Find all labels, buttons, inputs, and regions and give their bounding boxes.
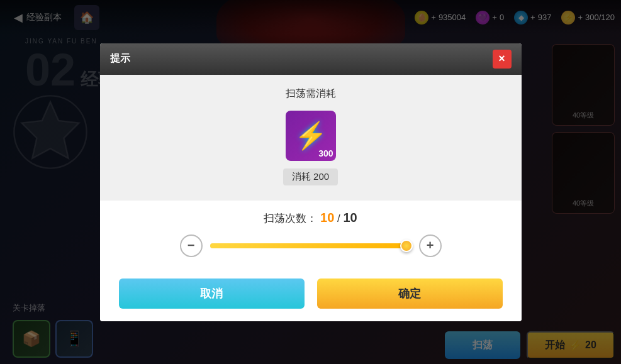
item-display: ⚡ 300 (119, 111, 503, 161)
count-total: 10 (343, 211, 357, 224)
count-separator: / (337, 212, 340, 224)
slider-thumb[interactable] (400, 240, 413, 252)
lightning-item: ⚡ 300 (286, 111, 336, 161)
count-current: 10 (320, 211, 334, 224)
item-count-badge: 300 (318, 148, 333, 158)
close-icon: × (498, 52, 505, 65)
minus-icon: − (187, 238, 195, 253)
confirm-button[interactable]: 确定 (317, 279, 503, 309)
slider-track[interactable] (210, 243, 411, 248)
dialog-mid: 扫荡次数： 10 / 10 − + (100, 201, 522, 270)
slider-minus-button[interactable]: − (180, 234, 203, 257)
slider-row: − + (119, 234, 503, 257)
cost-badge: 消耗 200 (119, 168, 503, 185)
dialog: 提示 × 扫荡需消耗 ⚡ 300 消耗 200 扫荡次数： 10 / 10 − (100, 43, 522, 321)
cost-pill: 消耗 200 (283, 168, 338, 185)
cancel-button[interactable]: 取消 (119, 279, 305, 309)
dialog-header: 提示 × (100, 43, 522, 75)
sweep-count-row: 扫荡次数： 10 / 10 (119, 211, 503, 226)
slider-fill (210, 243, 411, 248)
sweep-cost-title: 扫荡需消耗 (119, 87, 503, 101)
lightning-item-icon: ⚡ (294, 120, 327, 151)
plus-icon: + (427, 238, 434, 253)
dialog-body: 扫荡需消耗 ⚡ 300 消耗 200 (100, 75, 522, 201)
dialog-title: 提示 (110, 52, 130, 65)
confirm-label: 确定 (398, 286, 421, 301)
dialog-close-button[interactable]: × (493, 50, 512, 69)
cancel-label: 取消 (200, 286, 223, 301)
sweep-count-title: 扫荡次数： (264, 212, 317, 224)
slider-plus-button[interactable]: + (419, 234, 442, 257)
dialog-footer: 取消 确定 (100, 270, 522, 321)
